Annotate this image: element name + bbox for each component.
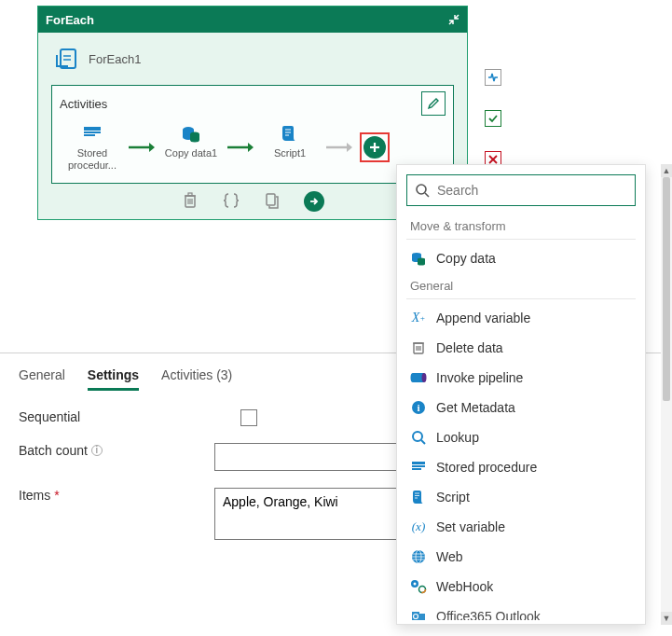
dd-item-label: Append variable [436,311,530,325]
script-icon [410,489,427,505]
side-status-icons [485,69,501,168]
dd-item-label: Stored procedure [436,460,537,475]
activity-picker-dropdown: Move & transform Copy data General X+ Ap… [396,164,646,625]
dd-item-label: Get Metadata [436,400,515,415]
svg-point-46 [422,373,427,382]
sequential-checkbox[interactable] [240,409,257,426]
svg-line-32 [425,193,429,197]
svg-text:i: i [417,402,419,413]
lookup-icon [410,429,427,446]
delete-button[interactable] [181,191,199,210]
search-input[interactable] [437,183,627,198]
webhook-icon [410,578,427,595]
dd-item-copy-data[interactable]: Copy data [397,243,645,273]
outlook-icon [410,608,427,620]
pipeline-icon [410,369,427,386]
activity-flow: Stored procedur... Copy data1 [60,123,446,172]
side-check-icon[interactable] [485,110,501,127]
add-activity-highlight [360,132,390,162]
card-titlebar: ForEach [38,7,467,33]
required-icon: * [54,488,59,503]
dd-item-delete-data[interactable]: Delete data [397,333,645,363]
svg-point-49 [413,432,422,441]
dd-item-office365-outlook[interactable]: Office365 Outlook [397,601,645,620]
dd-item-label: Copy data [436,251,496,266]
svg-rect-67 [419,614,425,620]
dd-section-move-transform: Move & transform [397,214,645,235]
batch-count-label: Batch count i [19,443,214,458]
svg-marker-5 [149,143,155,152]
copy-data-icon [410,250,427,267]
arrow-icon [227,137,254,158]
svg-point-38 [418,263,425,266]
items-label: Items * [19,488,214,503]
svg-rect-2 [84,131,101,133]
dd-item-label: Lookup [436,430,479,445]
edit-activities-button[interactable] [421,91,446,116]
svg-point-11 [190,138,199,143]
svg-point-31 [417,185,426,194]
svg-rect-1 [84,127,101,131]
card-title: ForEach [46,13,94,27]
foreach-icon [53,46,79,72]
dd-item-invoke-pipeline[interactable]: Invoke pipeline [397,363,645,393]
dd-item-script[interactable]: Script [397,482,645,512]
activity-node-stored-procedure[interactable]: Stored procedur... [60,123,125,172]
svg-line-50 [421,440,425,444]
dd-item-label: Delete data [436,340,503,355]
activity-node-script[interactable]: Script1 [257,123,322,172]
svg-rect-26 [188,193,192,196]
append-variable-icon: X+ [410,310,427,326]
svg-marker-13 [248,143,254,152]
activity-node-copy-data[interactable]: Copy data1 [158,123,224,172]
activity-label: Stored procedur... [60,147,125,172]
search-box[interactable] [406,174,636,206]
dropdown-scrollbar[interactable]: ▲ ▼ [661,164,672,625]
svg-rect-3 [84,134,95,136]
svg-rect-27 [267,194,275,205]
dd-item-webhook[interactable]: WebHook [397,572,645,601]
script-icon [281,123,299,144]
svg-point-63 [414,583,417,586]
tab-general[interactable]: General [19,367,65,391]
add-activity-button[interactable] [363,136,386,159]
foreach-instance-label: ForEach1 [89,52,141,66]
collapse-icon[interactable] [448,14,459,25]
svg-rect-53 [412,468,421,470]
stored-procedure-icon [82,123,103,144]
scroll-up-icon[interactable]: ▲ [661,164,672,177]
dd-item-get-metadata[interactable]: i Get Metadata [397,393,645,422]
info-circle-icon: i [410,399,427,416]
activity-label: Copy data1 [165,147,217,172]
dd-item-label: Script [436,490,470,505]
arrow-icon [326,137,352,158]
dd-item-label: Set variable [436,519,505,534]
stored-procedure-icon [410,459,427,476]
dd-item-web[interactable]: Web [397,542,645,572]
sequential-label: Sequential [19,409,214,424]
copy-button[interactable] [263,191,281,210]
dd-item-label: Office365 Outlook [436,609,541,620]
search-icon [415,183,430,198]
run-button[interactable] [304,191,324,212]
dd-item-label: WebHook [436,579,493,594]
dd-item-append-variable[interactable]: X+ Append variable [397,303,645,333]
dd-item-label: Web [436,549,463,564]
tab-settings[interactable]: Settings [88,367,139,391]
set-variable-icon: (x) [410,518,427,535]
scroll-thumb[interactable] [663,177,670,401]
dd-item-stored-procedure[interactable]: Stored procedure [397,452,645,482]
svg-rect-51 [412,462,425,464]
scroll-down-icon[interactable]: ▼ [661,612,672,625]
code-braces-button[interactable] [222,191,240,210]
info-icon[interactable]: i [91,445,103,456]
side-activity-icon[interactable] [485,69,501,86]
tab-activities[interactable]: Activities (3) [161,367,232,391]
trash-icon [410,339,427,356]
dd-section-general: General [397,273,645,295]
activities-container: Activities Stored procedur... [51,85,454,184]
dd-item-lookup[interactable]: Lookup [397,422,645,452]
foreach-instance-row[interactable]: ForEach1 [53,46,454,72]
dd-item-set-variable[interactable]: (x) Set variable [397,512,645,542]
copy-data-icon [181,123,201,144]
